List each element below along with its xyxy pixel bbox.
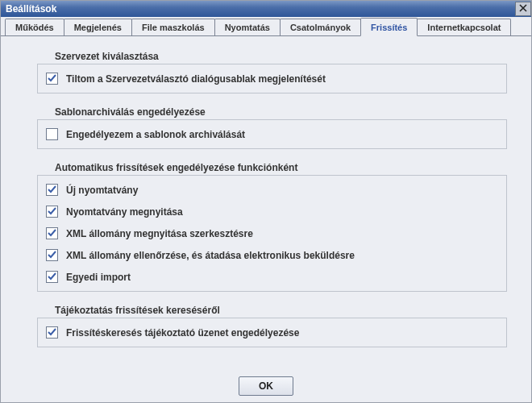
close-button[interactable] [515,2,531,16]
checkbox-update-notify[interactable] [46,326,58,339]
group-title: Sablonarchiválás engedélyezése [55,106,507,118]
checkbox-open-form[interactable] [46,206,58,218]
check-row: Egyedi import [46,268,498,285]
check-row: Nyomtatvány megnyitása [46,203,498,220]
check-label: Tiltom a Szervezetválasztó dialógusablak… [66,73,326,85]
tab-label: Internetkapcsolat [427,23,501,32]
tab-megjelenes[interactable]: Megjelenés [64,19,132,35]
tab-internetkapcsolat[interactable]: Internetkapcsolat [417,19,511,35]
button-bar: OK [1,370,531,402]
group-title: Szervezet kiválasztása [55,51,507,62]
tab-frissites[interactable]: Frissítés [360,18,418,36]
titlebar: Beállítások [1,1,531,17]
close-icon [519,3,527,15]
check-row: XML állomány ellenőrzése, és átadása ele… [46,247,498,264]
group-body: Frissítéskeresés tájékoztató üzenet enge… [37,318,507,347]
tab-label: Csatolmányok [290,23,351,32]
check-row: Új nyomtatvány [46,181,498,198]
check-label: XML állomány ellenőrzése, és átadása ele… [66,250,355,261]
group-title: Tájékoztatás frissítések kereséséről [55,305,507,316]
checkmark-icon [48,251,56,260]
ok-button-label: OK [259,380,273,392]
group-org: Szervezet kiválasztása Tiltom a Szerveze… [37,51,507,93]
checkbox-xml-edit[interactable] [46,227,58,239]
checkmark-icon [48,74,56,83]
group-body: Tiltom a Szervezetválasztó dialógusablak… [37,64,507,93]
window-title: Beállítások [6,3,56,15]
tab-content: Szervezet kiválasztása Tiltom a Szerveze… [1,36,531,370]
tab-csatolmanyok[interactable]: Csatolmányok [280,19,361,35]
tab-mukodes[interactable]: Működés [5,19,64,35]
check-row: Tiltom a Szervezetválasztó dialógusablak… [46,70,498,87]
check-label: Engedélyezem a sablonok archiválását [66,129,245,140]
tab-file-maszkolas[interactable]: File maszkolás [131,19,215,35]
settings-window: Beállítások Működés Megjelenés File masz… [0,0,532,403]
tab-bar: Működés Megjelenés File maszkolás Nyomta… [1,17,531,36]
ok-button[interactable]: OK [239,376,293,396]
checkmark-icon [48,229,56,238]
check-label: XML állomány megnyitása szerkesztésre [66,228,253,239]
tab-label: Megjelenés [74,23,122,32]
checkbox-enable-template-archive[interactable] [46,128,58,140]
check-label: Új nyomtatvány [66,185,138,196]
checkbox-xml-check-submit[interactable] [46,249,58,261]
checkmark-icon [48,207,56,216]
tab-label: Nyomtatás [225,23,270,32]
tab-label: Frissítés [371,23,407,32]
checkmark-icon [48,272,56,281]
check-row: Frissítéskeresés tájékoztató üzenet enge… [46,324,498,341]
checkmark-icon [48,185,56,194]
tab-label: Működés [15,23,54,32]
group-body: Engedélyezem a sablonok archiválását [37,119,507,149]
checkbox-disable-org-dialog[interactable] [46,73,58,85]
group-auto-updates: Automatikus frissítések engedélyezése fu… [37,162,507,292]
checkmark-icon [48,328,56,337]
checkbox-new-form[interactable] [46,184,58,196]
group-notify: Tájékoztatás frissítések kereséséről Fri… [37,305,507,347]
check-row: XML állomány megnyitása szerkesztésre [46,225,498,242]
group-body: Új nyomtatvány Nyomtatvány megnyitása XM… [37,175,507,292]
check-label: Nyomtatvány megnyitása [66,206,183,218]
checkbox-custom-import[interactable] [46,271,58,283]
tab-label: File maszkolás [142,23,205,32]
check-row: Engedélyezem a sablonok archiválását [46,126,498,143]
check-label: Egyedi import [66,272,131,283]
check-label: Frissítéskeresés tájékoztató üzenet enge… [66,327,299,339]
group-title: Automatikus frissítések engedélyezése fu… [55,162,507,173]
group-template: Sablonarchiválás engedélyezése Engedélye… [37,106,507,149]
tab-nyomtatas[interactable]: Nyomtatás [214,19,281,35]
